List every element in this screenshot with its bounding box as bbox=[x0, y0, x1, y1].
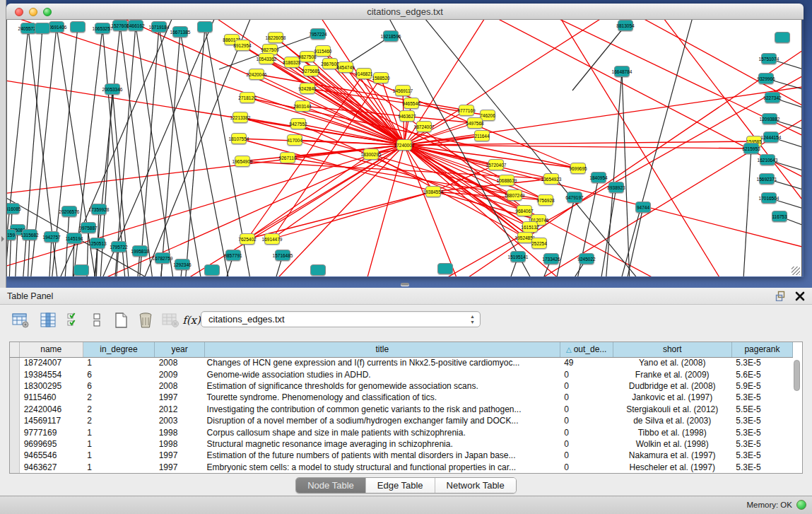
graph-node[interactable]: 9463627 bbox=[399, 110, 415, 122]
table-cell[interactable]: Estimation of the future numbers of pati… bbox=[205, 450, 560, 461]
graph-edge[interactable] bbox=[404, 145, 751, 148]
table-cell[interactable]: 5.3E-5 bbox=[731, 392, 792, 403]
table-row[interactable]: 946554611997Estimation of the future num… bbox=[10, 450, 793, 461]
table-cell[interactable]: 18300295 bbox=[19, 380, 83, 392]
table-cell[interactable]: 0 bbox=[560, 368, 613, 380]
graph-node[interactable] bbox=[197, 21, 213, 33]
graph-node[interactable]: 16210643 bbox=[760, 154, 775, 165]
graph-node[interactable]: 1733426 bbox=[543, 253, 559, 264]
graph-node[interactable]: 8215953 bbox=[743, 143, 759, 154]
graph-node[interactable]: 211644 bbox=[474, 130, 490, 141]
graph-node[interactable]: 9827508 bbox=[300, 51, 315, 62]
table-cell[interactable]: 1 bbox=[83, 357, 154, 368]
table-cell[interactable]: 0 bbox=[560, 380, 613, 392]
column-header-year[interactable]: year bbox=[155, 342, 205, 357]
graph-node[interactable]: 18724007 bbox=[416, 121, 432, 132]
window-titlebar[interactable]: citations_edges.txt bbox=[6, 4, 804, 20]
graph-node[interactable]: 8186328 bbox=[284, 57, 300, 68]
row-height-icon[interactable] bbox=[88, 310, 106, 330]
graph-node[interactable]: 9684067 bbox=[517, 205, 532, 216]
table-cell[interactable]: 18724007 bbox=[19, 357, 83, 368]
graph-node[interactable]: 24055724 bbox=[20, 23, 36, 34]
splitter-handle[interactable] bbox=[401, 283, 409, 286]
table-cell[interactable]: Hescheler et al. (1997) bbox=[613, 462, 731, 473]
function-builder-icon[interactable]: f(x) bbox=[182, 310, 201, 330]
table-cell[interactable]: 5.3E-5 bbox=[731, 357, 792, 368]
graph-edge[interactable] bbox=[502, 20, 802, 147]
graph-node[interactable]: 20691406 bbox=[49, 21, 64, 33]
graph-node[interactable]: 20206576 bbox=[61, 206, 77, 217]
table-selector-dropdown[interactable]: citations_edges.txt ▲▼ bbox=[201, 311, 481, 327]
table-cell[interactable]: Disruption of a novel member of a sodium… bbox=[205, 415, 560, 426]
column-header-name[interactable]: name bbox=[19, 342, 83, 357]
graph-node[interactable]: 1995818 bbox=[132, 245, 148, 257]
graph-node[interactable]: 116753 bbox=[772, 211, 787, 222]
table-cell[interactable]: 2 bbox=[83, 392, 154, 403]
table-row[interactable]: 946362711997Embryonic stem cells: a mode… bbox=[10, 462, 793, 473]
close-panel-icon[interactable] bbox=[795, 291, 805, 304]
table-cell[interactable]: 5.5E-5 bbox=[731, 404, 792, 415]
table-cell[interactable]: Franke et al. (2009) bbox=[613, 368, 731, 380]
table-cell[interactable]: 14569117 bbox=[19, 415, 83, 426]
table-cell[interactable]: 2 bbox=[83, 415, 154, 426]
graph-node[interactable] bbox=[73, 264, 89, 276]
select-columns-icon[interactable] bbox=[65, 310, 83, 330]
graph-node[interactable]: 9465546 bbox=[404, 98, 419, 109]
table-cell[interactable]: 0 bbox=[560, 426, 613, 438]
table-cell[interactable]: 9777169 bbox=[19, 426, 83, 438]
graph-node[interactable]: 17016504 bbox=[761, 192, 777, 204]
graph-node[interactable]: 18107554 bbox=[231, 133, 247, 144]
graph-edge[interactable] bbox=[597, 187, 616, 276]
table-cell[interactable]: 6 bbox=[83, 380, 154, 392]
graph-node[interactable]: 15751074 bbox=[761, 53, 777, 64]
graph-edge[interactable] bbox=[7, 235, 8, 276]
graph-edge[interactable] bbox=[27, 235, 30, 276]
graph-node[interactable]: 10688639 bbox=[499, 175, 514, 186]
table-cell[interactable]: 9463627 bbox=[19, 462, 83, 473]
table-cell[interactable]: de Silva et al. (2003) bbox=[613, 415, 731, 426]
table-cell[interactable]: 2003 bbox=[155, 415, 205, 426]
table-cell[interactable]: Genome-wide association studies in ADHD. bbox=[205, 368, 560, 380]
graph-edge[interactable] bbox=[404, 20, 643, 145]
table-cell[interactable]: 0 bbox=[560, 392, 613, 403]
column-header-in_degree[interactable]: in_degree bbox=[83, 342, 154, 357]
tab-edge-table[interactable]: Edge Table bbox=[366, 478, 435, 493]
graph-node[interactable] bbox=[310, 264, 326, 276]
graph-node[interactable]: 14569117 bbox=[395, 85, 411, 96]
graph-node[interactable]: 8427552 bbox=[290, 118, 306, 129]
graph-node[interactable]: 9756928 bbox=[538, 194, 553, 206]
graph-node[interactable]: 2867608 bbox=[322, 58, 338, 69]
table-row[interactable]: 1456911722003Disruption of a novel membe… bbox=[10, 415, 793, 426]
graph-node[interactable]: 15720407 bbox=[488, 159, 504, 170]
table-cell[interactable]: 5.3E-5 bbox=[731, 426, 792, 438]
graph-node[interactable] bbox=[775, 32, 790, 43]
graph-node[interactable]: 2718120 bbox=[240, 92, 255, 103]
column-header-title[interactable]: title bbox=[205, 342, 560, 357]
table-cell[interactable]: 0 bbox=[560, 438, 613, 450]
graph-edge[interactable] bbox=[742, 148, 751, 276]
graph-edge[interactable] bbox=[159, 27, 205, 276]
graph-node[interactable]: 18226058 bbox=[268, 32, 283, 43]
graph-node[interactable]: 1315682 bbox=[22, 229, 37, 240]
table-cell[interactable]: 9465546 bbox=[19, 450, 83, 461]
network-graph-canvas[interactable]: 1724000718300295193845548860123891295418… bbox=[6, 20, 802, 276]
graph-edge[interactable] bbox=[502, 105, 802, 276]
table-row[interactable]: 969969511998Structural magnetic resonanc… bbox=[10, 438, 793, 450]
table-cell[interactable]: Estimation of significance thresholds fo… bbox=[205, 380, 560, 392]
graph-node[interactable] bbox=[204, 264, 220, 276]
table-cell[interactable]: 0 bbox=[560, 462, 613, 473]
graph-node[interactable]: 93159 bbox=[6, 229, 16, 240]
graph-node[interactable]: 1588520 bbox=[373, 72, 389, 83]
graph-node[interactable]: 94744 bbox=[635, 201, 651, 213]
table-row[interactable]: 911546021997Tourette syndrome. Phenomeno… bbox=[10, 392, 793, 403]
graph-node[interactable]: 9146821 bbox=[356, 68, 372, 79]
graph-node[interactable]: 1292346 bbox=[175, 259, 190, 270]
graph-node[interactable]: 7957224 bbox=[310, 28, 326, 40]
graph-node[interactable]: 9267110 bbox=[280, 152, 295, 163]
graph-edge[interactable] bbox=[404, 145, 530, 227]
graph-node[interactable]: 15692371 bbox=[759, 173, 775, 185]
graph-node[interactable]: 9329966 bbox=[758, 73, 774, 84]
table-cell[interactable]: 1998 bbox=[155, 438, 205, 450]
graph-node[interactable]: 12444154 bbox=[763, 132, 779, 143]
panel-collapse-arrow-icon[interactable] bbox=[1, 236, 4, 242]
